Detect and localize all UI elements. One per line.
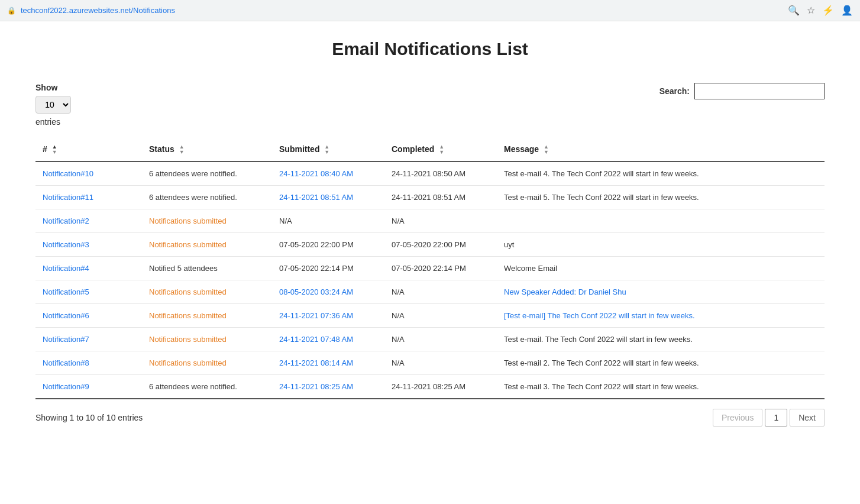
notification-link[interactable]: Notification#3 xyxy=(43,240,89,249)
col-header-submitted[interactable]: Submitted ▲▼ xyxy=(272,138,384,161)
cell-submitted: 24-11-2021 08:51 AM xyxy=(272,186,384,209)
notification-link[interactable]: Notification#11 xyxy=(43,193,93,202)
cell-id[interactable]: Notification#11 xyxy=(35,186,142,209)
table-row: Notification#106 attendees were notified… xyxy=(35,161,825,186)
cell-submitted: 24-11-2021 07:36 AM xyxy=(272,304,384,328)
cell-status: Notifications submitted xyxy=(142,280,272,304)
page-title: Email Notifications List xyxy=(35,39,825,59)
notification-link[interactable]: Notification#2 xyxy=(43,217,89,225)
cell-message: New Speaker Added: Dr Daniel Shu xyxy=(497,280,825,304)
search-section: Search: xyxy=(659,83,825,99)
notification-link[interactable]: Notification#4 xyxy=(43,264,89,273)
cell-completed: 24-11-2021 08:50 AM xyxy=(384,161,497,186)
notification-link[interactable]: Notification#10 xyxy=(43,169,93,178)
cell-completed: 24-11-2021 08:25 AM xyxy=(384,375,497,399)
pagination-row: Showing 1 to 10 of 10 entries Previous 1… xyxy=(35,409,825,427)
cell-status: Notifications submitted xyxy=(142,328,272,351)
col-header-status[interactable]: Status ▲▼ xyxy=(142,138,272,161)
search-input[interactable] xyxy=(694,83,825,99)
cell-message: Test e-mail. The Tech Conf 2022 will sta… xyxy=(497,328,825,351)
table-header: # ▲▼ Status ▲▼ Submitted ▲▼ Completed ▲▼… xyxy=(35,138,825,161)
cell-message: Test e-mail 3. The Tech Conf 2022 will s… xyxy=(497,375,825,399)
search-icon: 🔍 xyxy=(788,5,800,16)
cell-status: 6 attendees were notified. xyxy=(142,161,272,186)
table-row: Notification#116 attendees were notified… xyxy=(35,186,825,209)
cell-message: [Test e-mail] The Tech Conf 2022 will st… xyxy=(497,304,825,328)
table-row: Notification#4Notified 5 attendees07-05-… xyxy=(35,257,825,280)
cell-status: Notified 5 attendees xyxy=(142,257,272,280)
notification-link[interactable]: Notification#8 xyxy=(43,358,89,367)
notifications-table: # ▲▼ Status ▲▼ Submitted ▲▼ Completed ▲▼… xyxy=(35,138,825,399)
browser-url: techconf2022.azurewebsites.net/Notificat… xyxy=(21,6,175,15)
entries-label: entries xyxy=(35,117,71,127)
show-entries-select[interactable]: 10 25 50 100 xyxy=(35,96,71,114)
cell-message: Test e-mail 4. The Tech Conf 2022 will s… xyxy=(497,161,825,186)
cell-submitted: 24-11-2021 08:25 AM xyxy=(272,375,384,399)
col-header-hash[interactable]: # ▲▼ xyxy=(35,138,142,161)
cell-id[interactable]: Notification#4 xyxy=(35,257,142,280)
search-label: Search: xyxy=(659,86,690,96)
star-icon: ☆ xyxy=(807,5,815,16)
cell-status: Notifications submitted xyxy=(142,233,272,257)
cell-submitted: 08-05-2020 03:24 AM xyxy=(272,280,384,304)
table-row: Notification#2Notifications submittedN/A… xyxy=(35,209,825,233)
profile-icon: 👤 xyxy=(841,5,853,16)
cell-message: uyt xyxy=(497,233,825,257)
cell-completed: N/A xyxy=(384,304,497,328)
cell-message xyxy=(497,209,825,233)
cell-completed: N/A xyxy=(384,209,497,233)
table-row: Notification#96 attendees were notified.… xyxy=(35,375,825,399)
cell-completed: 07-05-2020 22:14 PM xyxy=(384,257,497,280)
cell-status: 6 attendees were notified. xyxy=(142,186,272,209)
cell-message: Test e-mail 5. The Tech Conf 2022 will s… xyxy=(497,186,825,209)
cell-submitted: 24-11-2021 07:48 AM xyxy=(272,328,384,351)
cell-id[interactable]: Notification#10 xyxy=(35,161,142,186)
cell-completed: N/A xyxy=(384,351,497,375)
cell-message: Welcome Email xyxy=(497,257,825,280)
cell-status: 6 attendees were notified. xyxy=(142,375,272,399)
extensions-icon: ⚡ xyxy=(822,5,834,16)
cell-submitted: 24-11-2021 08:14 AM xyxy=(272,351,384,375)
previous-button[interactable]: Previous xyxy=(713,409,762,427)
table-row: Notification#8Notifications submitted24-… xyxy=(35,351,825,375)
table-body: Notification#106 attendees were notified… xyxy=(35,161,825,399)
controls-row: Show 10 25 50 100 entries Search: xyxy=(35,83,825,127)
lock-icon: 🔒 xyxy=(7,7,16,15)
notification-link[interactable]: Notification#5 xyxy=(43,287,89,296)
browser-bar: 🔒 techconf2022.azurewebsites.net/Notific… xyxy=(0,0,860,21)
cell-completed: 07-05-2020 22:00 PM xyxy=(384,233,497,257)
cell-submitted: N/A xyxy=(272,209,384,233)
cell-id[interactable]: Notification#9 xyxy=(35,375,142,399)
table-row: Notification#7Notifications submitted24-… xyxy=(35,328,825,351)
page-1-button[interactable]: 1 xyxy=(765,409,787,427)
table-row: Notification#3Notifications submitted07-… xyxy=(35,233,825,257)
cell-status: Notifications submitted xyxy=(142,209,272,233)
col-header-completed[interactable]: Completed ▲▼ xyxy=(384,138,497,161)
cell-id[interactable]: Notification#7 xyxy=(35,328,142,351)
showing-text: Showing 1 to 10 of 10 entries xyxy=(35,413,143,422)
next-button[interactable]: Next xyxy=(790,409,825,427)
browser-icons: 🔍 ☆ ⚡ 👤 xyxy=(788,5,853,16)
pagination-controls: Previous 1 Next xyxy=(713,409,825,427)
notification-link[interactable]: Notification#6 xyxy=(43,311,89,320)
col-header-message[interactable]: Message ▲▼ xyxy=(497,138,825,161)
cell-id[interactable]: Notification#8 xyxy=(35,351,142,375)
cell-completed: N/A xyxy=(384,280,497,304)
show-section: Show 10 25 50 100 entries xyxy=(35,83,71,127)
cell-id[interactable]: Notification#5 xyxy=(35,280,142,304)
cell-submitted: 24-11-2021 08:40 AM xyxy=(272,161,384,186)
cell-id[interactable]: Notification#6 xyxy=(35,304,142,328)
cell-message: Test e-mail 2. The Tech Conf 2022 will s… xyxy=(497,351,825,375)
cell-id[interactable]: Notification#3 xyxy=(35,233,142,257)
table-row: Notification#6Notifications submitted24-… xyxy=(35,304,825,328)
cell-completed: 24-11-2021 08:51 AM xyxy=(384,186,497,209)
notification-link[interactable]: Notification#7 xyxy=(43,335,89,344)
cell-status: Notifications submitted xyxy=(142,351,272,375)
cell-submitted: 07-05-2020 22:00 PM xyxy=(272,233,384,257)
cell-completed: N/A xyxy=(384,328,497,351)
notification-link[interactable]: Notification#9 xyxy=(43,382,89,391)
cell-id[interactable]: Notification#2 xyxy=(35,209,142,233)
cell-status: Notifications submitted xyxy=(142,304,272,328)
cell-submitted: 07-05-2020 22:14 PM xyxy=(272,257,384,280)
show-label: Show xyxy=(35,83,71,92)
